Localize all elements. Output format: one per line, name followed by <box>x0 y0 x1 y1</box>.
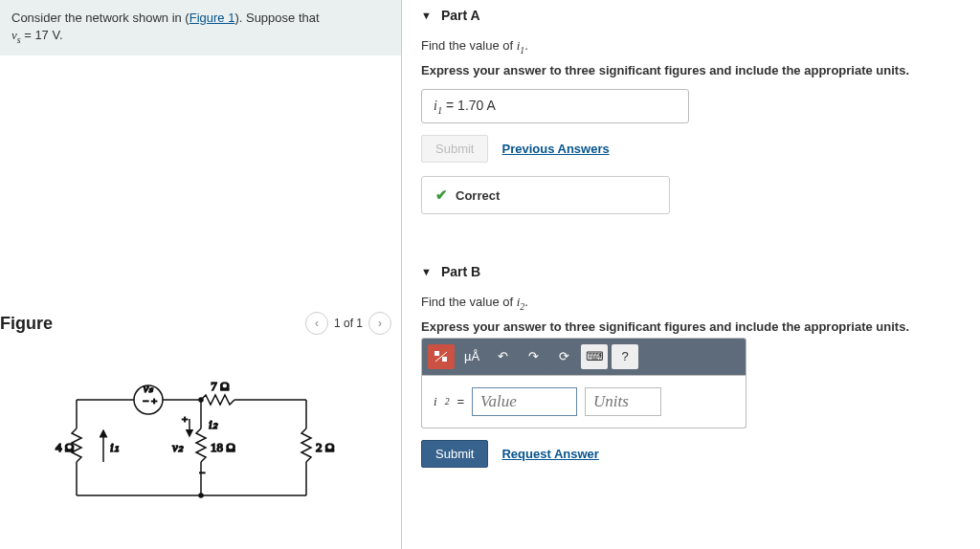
request-answer-link[interactable]: Request Answer <box>501 447 598 461</box>
svg-rect-21 <box>442 357 447 362</box>
figure-prev-button[interactable]: ‹ <box>305 312 328 335</box>
svg-text:−: − <box>199 467 205 478</box>
label-v2: v₂ <box>172 440 184 454</box>
prompt-unit: V <box>52 28 58 42</box>
figure-pager: ‹ 1 of 1 › <box>305 312 391 335</box>
part-a-submit-button: Submit <box>421 135 488 163</box>
part-a-instr1: Find the value of i1. <box>421 38 961 55</box>
reset-icon[interactable]: ⟳ <box>550 344 577 369</box>
prompt-text-pre: Consider the network shown in ( <box>11 11 189 25</box>
redo-icon[interactable]: ↷ <box>520 344 546 369</box>
prompt-tail: . <box>59 28 63 42</box>
svg-text:+: + <box>182 413 188 425</box>
part-a-header[interactable]: ▼ Part A <box>421 0 961 31</box>
svg-point-18 <box>199 494 203 497</box>
problem-prompt: Consider the network shown in (Figure 1)… <box>0 0 401 55</box>
label-vs: vₛ <box>144 381 154 395</box>
label-r1: 4 Ω <box>56 440 74 454</box>
svg-point-19 <box>199 398 203 402</box>
figure-pager-text: 1 of 1 <box>334 317 363 330</box>
label-r2: 7 Ω <box>211 381 229 393</box>
correct-text: Correct <box>456 188 500 203</box>
label-r3: 18 Ω <box>211 440 235 454</box>
part-b-header[interactable]: ▼ Part B <box>421 256 961 287</box>
prompt-eq: = 17 <box>21 28 53 42</box>
label-r4: 2 Ω <box>316 440 334 454</box>
answer-input-row: i2 = <box>421 376 746 428</box>
figure-title: Figure <box>0 314 53 334</box>
units-tool-button[interactable]: µÅ <box>458 344 485 369</box>
label-i1: i₁ <box>110 440 119 454</box>
part-b-title: Part B <box>441 264 480 279</box>
prompt-text-post: ). Suppose that <box>234 11 319 25</box>
label-i2: i₂ <box>209 417 218 431</box>
svg-rect-20 <box>434 351 439 356</box>
caret-down-icon: ▼ <box>421 10 432 21</box>
figure-link[interactable]: Figure 1 <box>189 11 235 25</box>
fraction-tool-icon[interactable] <box>428 344 455 369</box>
part-a-answer-box: i1 = 1.70 A <box>421 89 689 124</box>
part-a-instr2: Express your answer to three significant… <box>421 63 961 77</box>
svg-text:+: + <box>151 395 157 406</box>
keyboard-icon[interactable]: ⌨ <box>581 344 608 369</box>
part-a-title: Part A <box>441 8 480 23</box>
undo-icon[interactable]: ↶ <box>489 344 516 369</box>
part-b-instr1: Find the value of i2. <box>421 295 961 312</box>
caret-down-icon: ▼ <box>421 266 432 277</box>
value-input[interactable] <box>472 387 577 416</box>
figure-next-button[interactable]: › <box>368 312 391 335</box>
answer-toolbar: µÅ ↶ ↷ ⟳ ⌨ ? <box>421 338 746 376</box>
units-input[interactable] <box>585 387 661 416</box>
part-b-instr2: Express your answer to three significant… <box>421 319 961 334</box>
check-icon: ✔ <box>435 187 448 204</box>
svg-text:−: − <box>143 395 148 406</box>
previous-answers-link[interactable]: Previous Answers <box>501 142 609 156</box>
part-b-submit-button[interactable]: Submit <box>421 440 488 468</box>
help-button[interactable]: ? <box>612 344 638 369</box>
circuit-diagram: vₛ − + 7 Ω 4 Ω i₁ <box>38 381 401 517</box>
correct-feedback: ✔ Correct <box>421 176 670 214</box>
